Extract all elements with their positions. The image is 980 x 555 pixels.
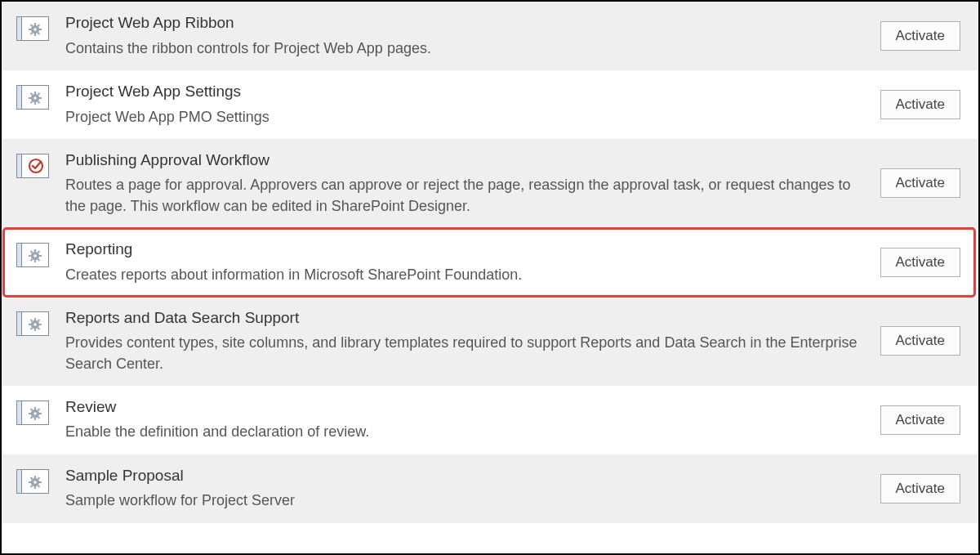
svg-rect-25	[17, 154, 22, 177]
feature-action: Activate	[880, 474, 960, 504]
svg-rect-33	[39, 255, 42, 257]
feature-row: ReviewEnable the definition and declarat…	[2, 386, 978, 454]
feature-row: Sample ProposalSample workflow for Proje…	[2, 454, 978, 523]
feature-title: Review	[65, 397, 867, 418]
feature-description: Enable the definition and declaration of…	[65, 422, 867, 442]
feature-text: ReviewEnable the definition and declarat…	[65, 397, 867, 443]
feature-list: Project Web App RibbonContains the ribbo…	[2, 2, 978, 523]
feature-description: Sample workflow for Project Server	[65, 490, 867, 511]
gear-icon	[13, 308, 52, 336]
activate-button[interactable]: Activate	[880, 21, 960, 51]
svg-rect-64	[17, 469, 22, 493]
svg-rect-40	[17, 311, 22, 335]
gear-icon	[13, 397, 52, 425]
feature-title: Reports and Data Search Support	[65, 308, 867, 329]
svg-rect-5	[29, 29, 31, 30]
svg-rect-28	[17, 243, 22, 266]
activate-button[interactable]: Activate	[880, 405, 960, 435]
svg-point-38	[33, 254, 36, 257]
svg-rect-31	[34, 260, 36, 262]
feature-title: Project Web App Settings	[65, 82, 867, 102]
svg-rect-30	[34, 249, 36, 252]
feature-action: Activate	[880, 21, 960, 51]
svg-rect-67	[34, 486, 36, 489]
feature-list-frame: Project Web App RibbonContains the ribbo…	[0, 0, 980, 555]
svg-rect-18	[39, 97, 42, 99]
svg-rect-45	[39, 324, 42, 325]
feature-action: Activate	[880, 168, 960, 198]
svg-point-23	[33, 96, 36, 99]
svg-rect-68	[29, 481, 31, 483]
svg-rect-6	[39, 29, 42, 30]
svg-rect-17	[29, 97, 31, 99]
feature-title: Project Web App Ribbon	[65, 13, 867, 34]
feature-action: Activate	[880, 405, 960, 435]
feature-row: Publishing Approval WorkflowRoutes a pag…	[2, 139, 978, 228]
feature-action: Activate	[880, 248, 960, 277]
feature-action: Activate	[880, 90, 960, 119]
feature-description: Creates reports about information in Mic…	[65, 265, 867, 285]
gear-icon	[13, 82, 52, 110]
svg-rect-15	[34, 92, 36, 94]
svg-rect-32	[29, 255, 31, 257]
feature-title: Reporting	[65, 239, 867, 260]
feature-action: Activate	[880, 326, 960, 356]
activate-button[interactable]: Activate	[880, 90, 960, 119]
feature-description: Routes a page for approval. Approvers ca…	[65, 175, 867, 216]
feature-title: Sample Proposal	[65, 466, 867, 486]
feature-description: Provides content types, site columns, an…	[65, 333, 867, 374]
feature-row: Reports and Data Search SupportProvides …	[2, 297, 978, 386]
gear-icon	[13, 13, 52, 41]
gear-icon	[13, 466, 52, 494]
svg-rect-55	[34, 418, 36, 420]
svg-rect-52	[17, 401, 22, 424]
svg-point-11	[33, 28, 36, 30]
activate-button[interactable]: Activate	[880, 474, 960, 504]
svg-point-50	[33, 323, 36, 325]
activate-button[interactable]: Activate	[880, 248, 960, 277]
svg-rect-57	[39, 413, 42, 414]
activate-button[interactable]: Activate	[880, 326, 960, 356]
feature-row: ReportingCreates reports about informati…	[2, 228, 978, 297]
svg-rect-1	[17, 17, 22, 41]
svg-rect-44	[29, 324, 31, 325]
svg-rect-43	[34, 329, 36, 331]
workflow-icon	[13, 150, 52, 178]
feature-text: Project Web App RibbonContains the ribbo…	[65, 13, 867, 59]
svg-rect-4	[34, 34, 36, 36]
feature-text: Project Web App SettingsProject Web App …	[65, 82, 867, 128]
svg-rect-66	[34, 476, 36, 478]
feature-description: Project Web App PMO Settings	[65, 107, 867, 128]
svg-rect-54	[34, 407, 36, 410]
feature-title: Publishing Approval Workflow	[65, 150, 867, 171]
svg-point-62	[33, 412, 36, 414]
feature-text: ReportingCreates reports about informati…	[65, 239, 867, 285]
svg-rect-16	[34, 102, 36, 105]
feature-description: Contains the ribbon controls for Project…	[65, 38, 867, 59]
feature-text: Sample ProposalSample workflow for Proje…	[65, 466, 867, 512]
activate-button[interactable]: Activate	[880, 168, 960, 198]
feature-text: Publishing Approval WorkflowRoutes a pag…	[65, 150, 867, 217]
svg-rect-42	[34, 318, 36, 320]
svg-rect-56	[29, 413, 31, 414]
svg-rect-3	[34, 23, 36, 25]
svg-point-74	[33, 481, 36, 483]
gear-icon	[13, 239, 52, 267]
feature-row: Project Web App SettingsProject Web App …	[2, 70, 978, 139]
svg-rect-13	[17, 85, 22, 109]
svg-rect-69	[39, 481, 42, 483]
feature-text: Reports and Data Search SupportProvides …	[65, 308, 867, 374]
feature-row: Project Web App RibbonContains the ribbo…	[2, 2, 978, 70]
